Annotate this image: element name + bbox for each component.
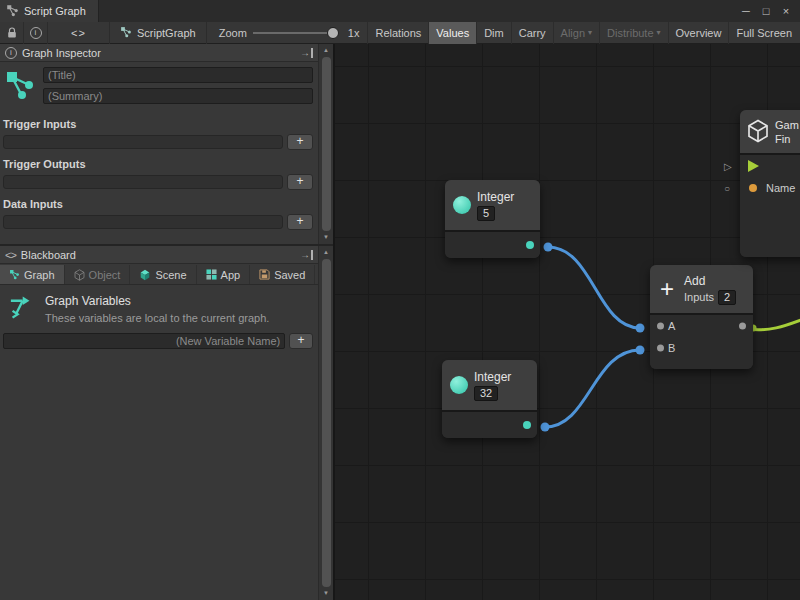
cube-tab-icon xyxy=(74,269,85,281)
full-screen-button[interactable]: Full Screen xyxy=(728,22,799,44)
breadcrumb-label: ScriptGraph xyxy=(137,27,196,39)
output-port[interactable] xyxy=(739,323,746,330)
blackboard-pane: <> Blackboard → Graph xyxy=(0,244,333,600)
tab-app[interactable]: App xyxy=(197,265,251,284)
input-port-a[interactable] xyxy=(657,323,664,330)
carry-button[interactable]: Carry xyxy=(511,22,553,44)
trigger-inputs-list xyxy=(3,135,283,149)
minimize-button[interactable]: ─ xyxy=(736,0,756,22)
chevron-down-icon: ▾ xyxy=(657,28,661,37)
distribute-button: Distribute▾ xyxy=(599,22,667,44)
scroll-up-icon[interactable]: ▲ xyxy=(323,248,329,257)
blackboard-scrollbar[interactable]: ▲ ▼ xyxy=(318,246,333,600)
tab-saved[interactable]: Saved xyxy=(250,265,315,284)
add-trigger-output-button[interactable]: + xyxy=(287,174,313,190)
value-outlet-icon[interactable]: ○ xyxy=(724,183,730,194)
inputs-count-field[interactable]: 2 xyxy=(718,290,736,305)
add-trigger-input-button[interactable]: + xyxy=(287,134,313,150)
app-tab-icon xyxy=(206,269,217,280)
close-button[interactable]: × xyxy=(776,0,796,22)
add-icon: + xyxy=(656,278,678,300)
section-label: Trigger Inputs xyxy=(0,110,318,134)
scroll-down-icon[interactable]: ▼ xyxy=(323,233,329,242)
trigger-outputs-list xyxy=(3,175,283,189)
lock-button[interactable] xyxy=(0,22,24,44)
integer-value-field[interactable]: 5 xyxy=(477,206,495,221)
blackboard-icon: <> xyxy=(5,249,16,261)
saved-tab-icon xyxy=(259,269,270,280)
graph-inspector-pane: i Graph Inspector → xyxy=(0,44,333,244)
port-row-b: B xyxy=(650,337,753,359)
input-port-b[interactable] xyxy=(657,345,664,352)
zoom-slider-track xyxy=(253,32,339,34)
blackboard-title: Blackboard xyxy=(21,249,76,261)
tab-object[interactable]: Object xyxy=(65,265,131,284)
graph-inspector-title: Graph Inspector xyxy=(22,47,101,59)
zoom-slider[interactable] xyxy=(253,22,343,44)
graph-title-input[interactable] xyxy=(43,67,313,83)
relations-button[interactable]: Relations xyxy=(367,22,428,44)
section-label: Trigger Outputs xyxy=(0,150,318,174)
wire-endpoint xyxy=(636,324,645,333)
graph-tab-icon xyxy=(9,269,20,280)
string-port-icon[interactable] xyxy=(749,184,757,192)
flow-arrow-icon[interactable] xyxy=(748,160,759,172)
integer-type-icon xyxy=(453,196,471,214)
scroll-up-icon[interactable]: ▲ xyxy=(323,46,329,55)
new-variable-input[interactable] xyxy=(3,333,285,349)
wire-integer32-to-b xyxy=(545,350,640,427)
scrollbar-thumb[interactable] xyxy=(322,259,331,587)
output-port[interactable] xyxy=(526,241,534,249)
node-integer-5[interactable]: Integer 5 xyxy=(445,180,540,258)
graph-summary-input[interactable] xyxy=(43,88,313,104)
graph-icon xyxy=(120,26,132,40)
add-variable-button[interactable]: + xyxy=(289,333,313,349)
node-title-line2: Fin xyxy=(775,132,799,146)
wire-endpoint xyxy=(541,423,550,432)
graph-canvas[interactable]: Integer 5 Integer 32 xyxy=(335,44,800,600)
dock-arrow-icon[interactable]: → xyxy=(300,48,313,58)
flow-outlet-icon[interactable]: ▷ xyxy=(724,161,732,172)
gameobject-cube-icon xyxy=(747,119,769,145)
inspector-scrollbar[interactable]: ▲ ▼ xyxy=(318,44,333,244)
tab-scene[interactable]: Scene xyxy=(130,265,196,284)
zoom-slider-knob[interactable] xyxy=(327,27,339,39)
flow-port-row: ▷ xyxy=(740,155,800,177)
graph-breadcrumb[interactable]: ScriptGraph xyxy=(110,22,207,44)
node-partial[interactable]: Gam Fin ▷ ○ Name xyxy=(740,110,800,257)
tab-title: Script Graph xyxy=(24,5,86,17)
data-inputs-list xyxy=(3,215,283,229)
side-panel: i Graph Inspector → xyxy=(0,44,335,600)
port-label: B xyxy=(668,342,675,354)
values-button[interactable]: Values xyxy=(428,22,476,44)
port-label: A xyxy=(668,320,675,332)
maximize-button[interactable]: □ xyxy=(756,0,776,22)
info-icon: i xyxy=(30,27,42,39)
tab-graph[interactable]: Graph xyxy=(0,265,65,284)
scene-tab-icon xyxy=(139,269,151,281)
wire-add-output xyxy=(747,320,800,330)
node-integer-32[interactable]: Integer 32 xyxy=(442,360,537,438)
edit-source-button[interactable]: <> xyxy=(48,22,110,44)
inspect-button[interactable]: i xyxy=(24,22,48,44)
graph-variables-section: Graph Variables These variables are loca… xyxy=(0,285,318,330)
graph-inspector-header: i Graph Inspector → xyxy=(0,44,318,62)
dim-button[interactable]: Dim xyxy=(476,22,511,44)
scrollbar-thumb[interactable] xyxy=(322,57,331,231)
graph-variables-description: These variables are local to the current… xyxy=(45,312,269,324)
integer-type-icon xyxy=(450,376,468,394)
overview-button[interactable]: Overview xyxy=(668,22,729,44)
port-label: Name xyxy=(764,182,795,194)
window-controls: ─ □ × xyxy=(736,0,800,22)
add-data-input-button[interactable]: + xyxy=(287,214,313,230)
wire-endpoint xyxy=(544,243,553,252)
output-port[interactable] xyxy=(523,421,531,429)
info-icon: i xyxy=(5,47,17,59)
scroll-down-icon[interactable]: ▼ xyxy=(323,589,329,598)
dock-arrow-icon[interactable]: → xyxy=(300,250,313,260)
section-label: Data Inputs xyxy=(0,190,318,214)
integer-value-field[interactable]: 32 xyxy=(474,386,498,401)
tab-script-graph[interactable]: Script Graph xyxy=(0,0,99,22)
graph-variables-icon xyxy=(6,294,36,323)
node-add[interactable]: + Add Inputs 2 A B xyxy=(650,265,753,369)
